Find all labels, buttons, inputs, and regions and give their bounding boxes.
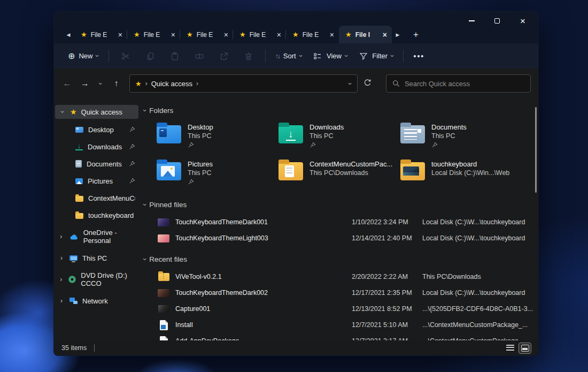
folder-tile-contextmenucustompac[interactable]: ContextMenuCustomPac... This PC\Download…: [278, 159, 400, 187]
folder-tile-desktop[interactable]: Desktop This PC: [157, 122, 278, 150]
file-row-vivetool[interactable]: ViVeTool-v0.2.1 2/20/2022 2:22 AM This P…: [144, 269, 538, 285]
back-arrow-icon: ←: [63, 79, 72, 88]
large-icons-view-button[interactable]: [519, 343, 531, 353]
breadcrumb-segment[interactable]: Quick access: [151, 80, 192, 88]
address-dropdown-chevron-icon[interactable]: ›: [347, 82, 354, 85]
tab-close-icon[interactable]: ×: [383, 31, 387, 39]
status-bar: 35 items: [54, 340, 538, 355]
view-button[interactable]: View ›: [307, 48, 353, 64]
section-header-folders[interactable]: › Folders: [144, 105, 538, 116]
quick-access-star-icon: ★: [70, 108, 77, 116]
rename-button[interactable]: [187, 47, 212, 65]
sidebar-item-documents[interactable]: Documents: [54, 155, 140, 172]
tab-scroll-right-button[interactable]: ▶: [392, 26, 404, 43]
file-location: ...\{5205DFB2-CDF6-4D8C-A0B1-3...: [422, 305, 538, 313]
recent-locations-button[interactable]: ›: [95, 75, 106, 92]
more-options-button[interactable]: •••: [408, 52, 430, 60]
up-button[interactable]: ↑: [109, 75, 124, 92]
sidebar-item-network[interactable]: › Network: [54, 292, 140, 309]
folder-tile-touchkeyboard[interactable]: touchkeyboard Local Disk (C:)\Win...\Web: [400, 159, 522, 187]
folder-tile-pictures[interactable]: Pictures This PC: [157, 159, 278, 187]
pin-icon: [129, 178, 135, 184]
image-thumbnail-dark-purple: [158, 218, 169, 226]
search-input[interactable]: [405, 80, 524, 88]
sidebar-item-dvd-drive[interactable]: › DVD Drive (D:) CCCO: [54, 271, 140, 288]
search-box[interactable]: [386, 74, 531, 93]
pin-icon: [129, 161, 135, 167]
tab-close-icon[interactable]: ×: [118, 31, 122, 39]
cut-button[interactable]: [113, 47, 138, 65]
tile-name: Desktop: [188, 123, 213, 132]
minimize-button[interactable]: [467, 16, 476, 26]
chevron-expanded-icon[interactable]: ›: [59, 109, 66, 115]
file-name: TouchKeyboardThemeLight003: [175, 234, 352, 242]
section-header-recent-files[interactable]: › Recent files: [144, 254, 538, 264]
tab-close-icon[interactable]: ×: [224, 31, 228, 39]
chevron-collapsed-icon[interactable]: ›: [58, 233, 64, 240]
recent-files-list: ViVeTool-v0.2.1 2/20/2022 2:22 AM This P…: [144, 269, 538, 340]
file-row-touchkeyboardthemedark002[interactable]: TouchKeyboardThemeDark002 12/17/2021 2:3…: [144, 285, 538, 301]
breadcrumb-chevron-icon[interactable]: ›: [196, 80, 198, 87]
chevron-collapsed-icon[interactable]: ›: [58, 298, 65, 304]
file-location: ...\ContextMenuCustomPackage_...: [422, 321, 538, 329]
file-row-touchkeyboardthemelight003[interactable]: TouchKeyboardThemeLight003 12/14/2021 2:…: [144, 230, 538, 246]
paste-button[interactable]: [163, 47, 187, 65]
tab-close-icon[interactable]: ×: [330, 31, 334, 39]
tab-close-icon[interactable]: ×: [277, 31, 281, 39]
forward-button[interactable]: →: [77, 75, 92, 92]
tab-close-icon[interactable]: ×: [171, 31, 175, 39]
address-bar[interactable]: ★ › Quick access › ›: [129, 74, 358, 93]
share-button[interactable]: [212, 47, 236, 65]
refresh-button[interactable]: [360, 75, 375, 92]
tab-5[interactable]: ★ File E ×: [286, 26, 339, 43]
details-view-button[interactable]: [504, 343, 516, 353]
file-row-capture001[interactable]: Capture001 12/13/2021 8:52 PM ...\{5205D…: [144, 301, 538, 317]
sidebar-item-quick-access[interactable]: › ★ Quick access: [55, 105, 138, 119]
section-chevron-icon[interactable]: ›: [142, 258, 149, 260]
quick-access-star-icon: ★: [134, 31, 140, 38]
sort-button[interactable]: ↑↓ Sort ›: [270, 49, 307, 63]
section-chevron-icon[interactable]: ›: [142, 203, 149, 206]
copy-icon: [145, 51, 155, 61]
tab-scroll-left-button[interactable]: ◀: [63, 26, 74, 43]
folder-tile-documents[interactable]: Documents This PC: [400, 122, 522, 150]
tab-4[interactable]: ★ File E ×: [233, 26, 286, 43]
sidebar-item-label: Network: [82, 297, 108, 305]
chevron-collapsed-icon[interactable]: ›: [58, 255, 65, 261]
folder-tile-downloads[interactable]: ↓ Downloads This PC: [278, 122, 400, 150]
file-row-touchkeyboardthemedark001[interactable]: TouchKeyboardThemeDark001 1/10/2022 3:24…: [144, 214, 538, 230]
tab-2[interactable]: ★ File E ×: [127, 26, 180, 43]
tab-3[interactable]: ★ File E ×: [180, 26, 233, 43]
back-button[interactable]: ←: [59, 75, 75, 92]
tab-1[interactable]: ★ File E ×: [74, 26, 127, 43]
filter-button-label: Filter: [372, 52, 388, 60]
sidebar-item-onedrive[interactable]: › OneDrive - Personal: [54, 228, 140, 245]
tab-active[interactable]: ★ File I ×: [339, 26, 392, 43]
command-toolbar: ⊕ New › ↑↓ Sort › View: [54, 43, 538, 69]
sidebar-item-touchkeyboard[interactable]: touchkeyboard: [54, 207, 140, 224]
maximize-button[interactable]: [492, 16, 502, 26]
file-location: Local Disk (C:)\W...\touchkeyboard: [422, 234, 538, 242]
new-button-label: New: [79, 52, 92, 60]
sidebar-item-pictures[interactable]: Pictures: [54, 172, 140, 189]
copy-button[interactable]: [138, 47, 163, 65]
new-button[interactable]: ⊕ New ›: [63, 49, 104, 64]
sidebar-item-downloads[interactable]: ↓ Downloads: [54, 138, 140, 155]
file-row-add-appdevpackage[interactable]: Add-AppDevPackage 12/7/2021 3:17 AM ...\…: [144, 333, 538, 340]
close-button[interactable]: ×: [518, 16, 528, 26]
sidebar-item-contextmenucust[interactable]: ContextMenuCust: [54, 189, 140, 207]
large-icons-view-icon: [521, 345, 529, 352]
sidebar-item-label: Desktop: [88, 126, 124, 134]
section-chevron-icon[interactable]: ›: [142, 109, 149, 111]
chevron-collapsed-icon[interactable]: ›: [58, 276, 64, 283]
pictures-icon: [75, 178, 83, 184]
breadcrumb-chevron-icon: ›: [145, 80, 148, 87]
section-header-pinned-files[interactable]: › Pinned files: [144, 199, 538, 210]
filter-button[interactable]: Filter ›: [353, 48, 399, 64]
delete-button[interactable]: [236, 47, 261, 65]
file-row-install[interactable]: Install 12/7/2021 5:10 AM ...\ContextMen…: [144, 317, 538, 333]
sidebar-item-desktop[interactable]: Desktop: [54, 121, 140, 138]
new-tab-button[interactable]: +: [407, 26, 425, 43]
vertical-scrollbar[interactable]: [535, 107, 537, 193]
sidebar-item-this-pc[interactable]: › This PC: [54, 249, 140, 267]
